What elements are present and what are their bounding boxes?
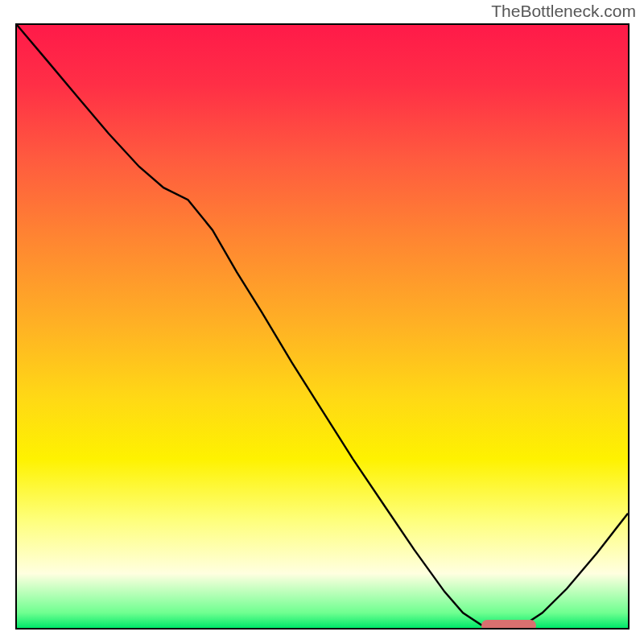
bottleneck-curve bbox=[17, 25, 628, 628]
minimum-marker bbox=[481, 620, 536, 630]
attribution-text: TheBottleneck.com bbox=[491, 2, 636, 21]
chart-container: TheBottleneck.com bbox=[0, 0, 644, 644]
plot-area bbox=[15, 23, 630, 630]
